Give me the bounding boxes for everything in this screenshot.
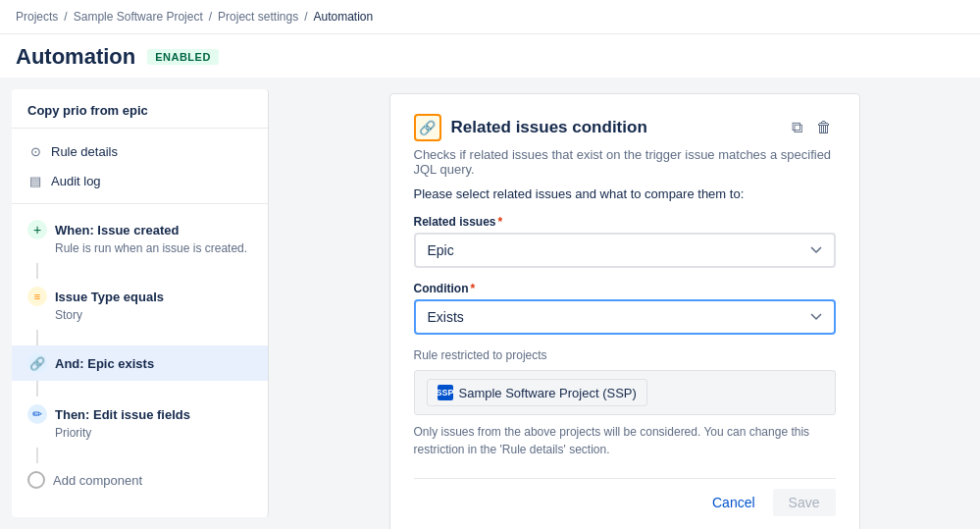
step-condition-issue-type[interactable]: ≡ Issue Type equals Story	[12, 279, 268, 330]
breadcrumb-sep-3: /	[304, 10, 307, 24]
trigger-icon: +	[27, 220, 47, 239]
related-issues-label: Related issues *	[414, 215, 836, 229]
sidebar: Copy prio from epic ⊙ Rule details ▤ Aud…	[12, 89, 269, 517]
condition-group: Condition * Exists Does not exist Matche…	[414, 282, 836, 335]
add-icon	[27, 471, 45, 489]
copy-button[interactable]: ⧉	[788, 117, 806, 138]
step-add-label: Add component	[53, 473, 142, 488]
step-condition-epic[interactable]: 🔗 And: Epic exists	[12, 345, 268, 381]
step-trigger-label: When: Issue created	[55, 223, 179, 238]
sidebar-item-rule-details[interactable]: ⊙ Rule details	[12, 136, 268, 166]
project-avatar: SSP	[438, 385, 453, 400]
restriction-label: Rule restricted to projects	[414, 348, 836, 362]
audit-log-icon: ▤	[27, 173, 43, 188]
breadcrumb-sep-1: /	[64, 10, 67, 24]
save-button[interactable]: Save	[773, 489, 836, 516]
sidebar-nav: ⊙ Rule details ▤ Audit log	[12, 129, 268, 204]
required-marker-2: *	[470, 282, 475, 295]
card-title: Related issues condition	[451, 118, 778, 137]
sidebar-item-audit-log-label: Audit log	[51, 174, 101, 188]
related-issues-select[interactable]: Epic	[414, 233, 836, 268]
breadcrumb-projects[interactable]: Projects	[16, 10, 58, 24]
sidebar-steps: + When: Issue created Rule is run when a…	[12, 204, 268, 504]
related-issues-group: Related issues * Epic	[414, 215, 836, 268]
step-trigger[interactable]: + When: Issue created Rule is run when a…	[12, 212, 268, 263]
card-actions: ⧉ 🗑	[788, 117, 836, 138]
step-add-component[interactable]: Add component	[12, 463, 268, 497]
rule-name: Copy prio from epic	[12, 89, 268, 129]
main-content: 🔗 Related issues condition ⧉ 🗑 Checks if…	[269, 78, 980, 529]
breadcrumb-sep-2: /	[209, 10, 212, 24]
link-icon: 🔗	[27, 353, 47, 373]
step-action-sublabel: Priority	[27, 426, 252, 440]
card-subtitle: Please select related issues and what to…	[414, 186, 836, 201]
breadcrumb-project-settings[interactable]: Project settings	[218, 10, 298, 24]
page-title: Automation	[16, 44, 135, 70]
breadcrumb-project[interactable]: Sample Software Project	[74, 10, 203, 24]
card-icon: 🔗	[414, 114, 441, 141]
condition-card: 🔗 Related issues condition ⧉ 🗑 Checks if…	[389, 93, 860, 529]
condition-icon: ≡	[27, 287, 47, 306]
step-divider-1	[36, 263, 38, 279]
project-name: Sample Software Project (SSP)	[459, 386, 637, 400]
condition-select[interactable]: Exists Does not exist Matches JQL	[414, 299, 836, 335]
sidebar-item-rule-details-label: Rule details	[51, 144, 118, 159]
card-description: Checks if related issues that exist on t…	[414, 147, 836, 177]
sidebar-item-audit-log[interactable]: ▤ Audit log	[12, 166, 268, 195]
restriction-note: Only issues from the above projects will…	[414, 423, 836, 458]
card-header: 🔗 Related issues condition ⧉ 🗑	[414, 114, 836, 141]
step-divider-3	[36, 381, 38, 397]
condition-label: Condition *	[414, 282, 836, 295]
card-footer: Cancel Save	[414, 478, 836, 516]
project-tag: SSP Sample Software Project (SSP)	[427, 379, 647, 406]
step-trigger-sublabel: Rule is run when an issue is created.	[27, 241, 252, 255]
step-condition-label: Issue Type equals	[55, 290, 164, 304]
breadcrumb: Projects / Sample Software Project / Pro…	[0, 0, 980, 34]
projects-container: SSP Sample Software Project (SSP)	[414, 370, 836, 415]
page-header: Automation ENABLED	[0, 34, 980, 78]
pencil-icon: ✏	[27, 404, 47, 424]
delete-button[interactable]: 🗑	[812, 117, 836, 138]
step-action-label: Then: Edit issue fields	[55, 407, 190, 422]
status-badge: ENABLED	[147, 49, 219, 65]
step-divider-4	[36, 448, 38, 463]
step-condition-sublabel: Story	[27, 308, 252, 322]
step-epic-label: And: Epic exists	[55, 356, 154, 371]
main-layout: Copy prio from epic ⊙ Rule details ▤ Aud…	[0, 78, 980, 529]
required-marker-1: *	[498, 215, 503, 229]
cancel-button[interactable]: Cancel	[702, 489, 765, 516]
app-container: Projects / Sample Software Project / Pro…	[0, 0, 980, 529]
rule-details-icon: ⊙	[27, 143, 43, 159]
breadcrumb-automation: Automation	[314, 10, 374, 24]
step-divider-2	[36, 330, 38, 345]
step-action-edit[interactable]: ✏ Then: Edit issue fields Priority	[12, 397, 268, 448]
